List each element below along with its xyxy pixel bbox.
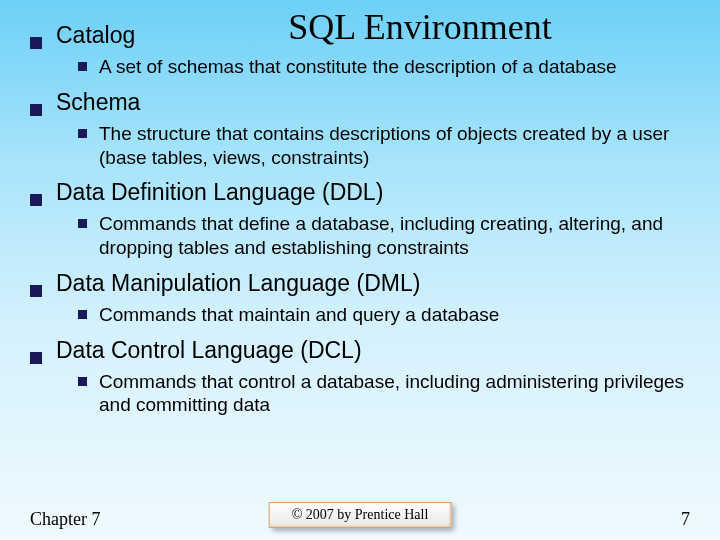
sub-item: Commands that define a database, includi… [78, 212, 690, 260]
bullet-item-dcl: Data Control Language (DCL) [30, 337, 690, 364]
item-label: Schema [56, 89, 140, 116]
slide-content: SQL Environment Catalog A set of schemas… [0, 0, 720, 417]
bullet-item-schema: Schema [30, 89, 690, 116]
item-label: Catalog [56, 22, 135, 49]
footer-page-number: 7 [681, 509, 690, 530]
square-bullet-icon [78, 377, 87, 386]
square-bullet-icon [30, 352, 42, 364]
footer-chapter: Chapter 7 [30, 509, 100, 530]
sub-item: Commands that control a database, includ… [78, 370, 690, 418]
item-label: Data Manipulation Language (DML) [56, 270, 420, 297]
footer-copyright: © 2007 by Prentice Hall [269, 502, 452, 528]
sub-text: A set of schemas that constitute the des… [99, 55, 617, 79]
sub-text: Commands that maintain and query a datab… [99, 303, 499, 327]
sub-text: Commands that control a database, includ… [99, 370, 690, 418]
sub-text: Commands that define a database, includi… [99, 212, 690, 260]
square-bullet-icon [30, 285, 42, 297]
square-bullet-icon [30, 37, 42, 49]
square-bullet-icon [78, 310, 87, 319]
square-bullet-icon [30, 104, 42, 116]
bullet-item-dml: Data Manipulation Language (DML) [30, 270, 690, 297]
sub-item: Commands that maintain and query a datab… [78, 303, 690, 327]
bullet-item-ddl: Data Definition Language (DDL) [30, 179, 690, 206]
item-label: Data Definition Language (DDL) [56, 179, 383, 206]
square-bullet-icon [78, 129, 87, 138]
sub-item: The structure that contains descriptions… [78, 122, 690, 170]
slide-footer: Chapter 7 © 2007 by Prentice Hall 7 [0, 509, 720, 530]
square-bullet-icon [30, 194, 42, 206]
sub-text: The structure that contains descriptions… [99, 122, 690, 170]
square-bullet-icon [78, 62, 87, 71]
square-bullet-icon [78, 219, 87, 228]
item-label: Data Control Language (DCL) [56, 337, 362, 364]
sub-item: A set of schemas that constitute the des… [78, 55, 690, 79]
